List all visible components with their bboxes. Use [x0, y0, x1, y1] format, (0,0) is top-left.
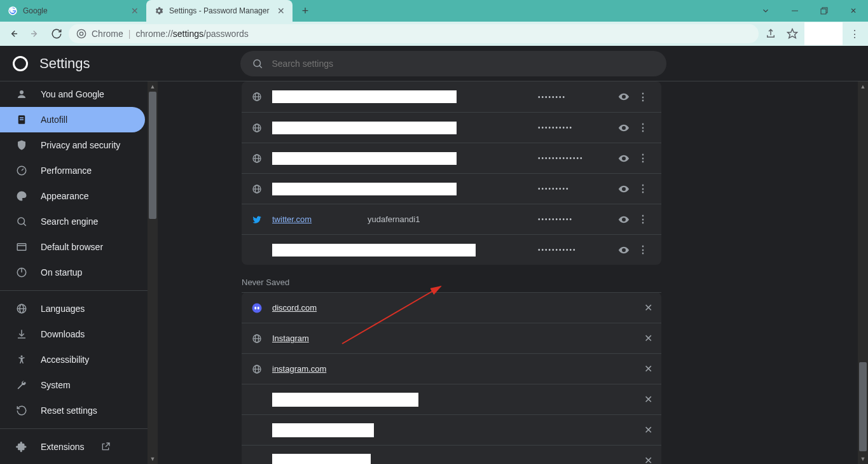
profile-placeholder[interactable]: [804, 22, 843, 45]
maximize-button[interactable]: [809, 0, 839, 22]
tab-google[interactable]: Google ✕: [0, 0, 146, 22]
more-icon[interactable]: ⋮: [633, 183, 652, 195]
sidebar-label: Default browser: [41, 242, 103, 252]
search-settings-box[interactable]: [240, 51, 666, 76]
show-password-icon[interactable]: [614, 183, 633, 195]
forward-button[interactable]: [25, 24, 45, 43]
sidebar-item-autofill[interactable]: Autofill: [0, 107, 145, 132]
more-icon[interactable]: ⋮: [633, 213, 652, 225]
show-password-icon[interactable]: [614, 244, 633, 256]
password-row[interactable]: •••••••••••••⋮: [242, 143, 661, 173]
never-saved-row[interactable]: ✕: [242, 414, 661, 445]
close-window-button[interactable]: ✕: [839, 0, 868, 22]
site-favicon: [251, 363, 263, 376]
back-button[interactable]: [4, 24, 23, 43]
redacted-site: [272, 152, 457, 165]
accessibility-icon: [15, 354, 28, 365]
reload-button[interactable]: [47, 24, 66, 43]
menu-icon[interactable]: ⋮: [845, 24, 864, 43]
sidebar-item-accessibility[interactable]: Accessibility: [0, 347, 145, 372]
sidebar-label: Reset settings: [41, 405, 97, 416]
remove-icon[interactable]: ✕: [644, 332, 652, 344]
never-saved-row[interactable]: discord.com✕: [242, 292, 661, 323]
sidebar-item-downloads[interactable]: Downloads: [0, 321, 145, 347]
sidebar-item-extensions[interactable]: Extensions: [0, 434, 145, 460]
password-row[interactable]: twitter.comyudafernandi1••••••••••⋮: [242, 204, 661, 234]
close-icon[interactable]: ✕: [130, 4, 140, 17]
sidebar-item-search-engine[interactable]: Search engine: [0, 209, 145, 234]
password-row[interactable]: ••••••••••⋮: [242, 112, 661, 143]
redacted-site: [272, 393, 418, 407]
window-controls: ✕: [751, 0, 868, 22]
redacted-site: [272, 423, 374, 437]
more-icon[interactable]: ⋮: [633, 122, 652, 134]
svg-point-9: [254, 60, 261, 67]
scroll-thumb[interactable]: [149, 92, 156, 219]
never-saved-row[interactable]: instagram.com✕: [242, 353, 661, 384]
sidebar-item-appearance[interactable]: Appearance: [0, 183, 145, 209]
scroll-down-icon[interactable]: ▼: [148, 454, 158, 464]
scroll-thumb[interactable]: [859, 362, 867, 451]
share-icon[interactable]: [761, 24, 780, 43]
svg-point-6: [77, 29, 85, 38]
show-password-icon[interactable]: [614, 214, 633, 225]
sidebar-scrollbar[interactable]: ▲ ▼: [148, 81, 158, 464]
minimize-button[interactable]: [780, 0, 809, 22]
password-row[interactable]: •••••••••••⋮: [242, 234, 661, 265]
more-icon[interactable]: ⋮: [633, 91, 652, 103]
sidebar-item-reset-settings[interactable]: Reset settings: [0, 398, 145, 423]
tabs-dropdown-icon[interactable]: [751, 0, 780, 22]
reset-icon: [15, 405, 28, 416]
omnibox[interactable]: Chrome | chrome://settings/passwords: [69, 24, 759, 43]
address-actions: ⋮: [761, 22, 864, 45]
remove-icon[interactable]: ✕: [644, 302, 652, 314]
svg-line-16: [22, 169, 24, 171]
sidebar-item-on-startup[interactable]: On startup: [0, 260, 145, 285]
show-password-icon[interactable]: [614, 122, 633, 134]
search-input[interactable]: [272, 59, 655, 69]
remove-icon[interactable]: ✕: [644, 393, 652, 405]
site-favicon: [251, 454, 263, 465]
bookmark-icon[interactable]: [783, 24, 802, 43]
globe-icon: [15, 303, 28, 314]
password-row[interactable]: ••••••••⋮: [242, 81, 661, 112]
password-row[interactable]: •••••••••⋮: [242, 173, 661, 204]
site-favicon: [251, 424, 263, 437]
remove-icon[interactable]: ✕: [644, 424, 652, 436]
scroll-up-icon[interactable]: ▲: [148, 81, 158, 92]
sidebar-item-system[interactable]: System: [0, 372, 145, 398]
never-saved-site-link[interactable]: discord.com: [272, 303, 317, 313]
site-favicon: [251, 332, 263, 345]
never-saved-row[interactable]: ✕: [242, 445, 661, 464]
sidebar-item-performance[interactable]: Performance: [0, 158, 145, 183]
chrome-logo-icon: [13, 56, 28, 71]
site-favicon: [251, 302, 263, 314]
close-icon[interactable]: ✕: [276, 4, 286, 17]
main-scrollbar[interactable]: ▲ ▼: [858, 81, 868, 464]
show-password-icon[interactable]: [614, 91, 633, 102]
remove-icon[interactable]: ✕: [644, 363, 652, 375]
gear-icon: [154, 6, 164, 16]
sidebar-item-languages[interactable]: Languages: [0, 296, 145, 321]
site-favicon: [251, 152, 263, 165]
new-tab-button[interactable]: +: [296, 2, 314, 20]
shield-icon: [15, 139, 28, 151]
sidebar-item-default-browser[interactable]: Default browser: [0, 234, 145, 260]
sidebar-item-privacy-and-security[interactable]: Privacy and security: [0, 132, 145, 158]
never-saved-site-link[interactable]: instagram.com: [272, 364, 326, 374]
never-saved-site-link[interactable]: Instagram: [272, 334, 309, 343]
never-saved-row[interactable]: Instagram✕: [242, 323, 661, 353]
show-password-icon[interactable]: [614, 153, 633, 164]
tab-settings[interactable]: Settings - Password Manager ✕: [146, 0, 293, 22]
site-favicon: [251, 213, 263, 226]
svg-rect-19: [17, 244, 26, 251]
scroll-up-icon[interactable]: ▲: [858, 81, 868, 92]
sidebar-item-you-and-google[interactable]: You and Google: [0, 81, 145, 107]
never-saved-row[interactable]: ✕: [242, 384, 661, 414]
scroll-down-icon[interactable]: ▼: [858, 454, 868, 464]
password-site-link[interactable]: twitter.com: [272, 214, 368, 224]
chrome-icon: [76, 29, 86, 39]
remove-icon[interactable]: ✕: [644, 454, 652, 464]
more-icon[interactable]: ⋮: [633, 244, 652, 256]
more-icon[interactable]: ⋮: [633, 152, 652, 164]
